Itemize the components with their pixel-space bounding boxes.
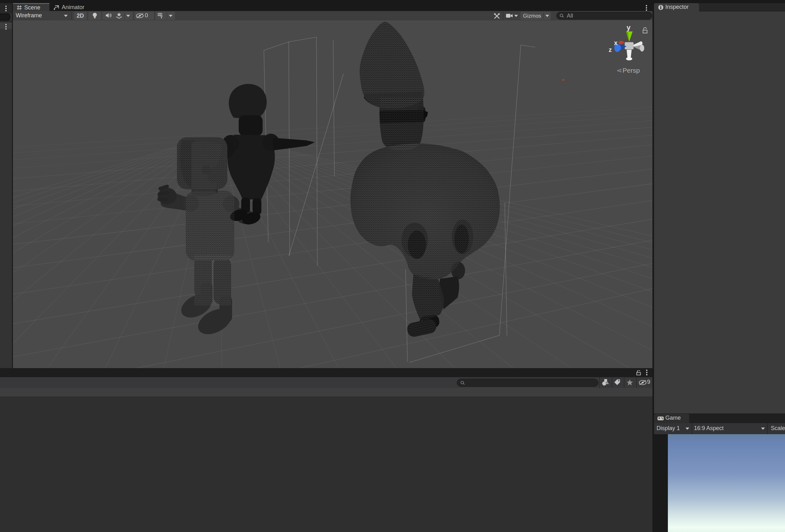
svg-text:y: y (627, 24, 631, 31)
svg-text:Persp: Persp (623, 67, 640, 74)
svg-text:⋖: ⋖ (616, 67, 622, 74)
svg-text:x: x (614, 39, 617, 46)
svg-text:z: z (609, 46, 612, 53)
svg-text:Y: Y (160, 16, 163, 19)
